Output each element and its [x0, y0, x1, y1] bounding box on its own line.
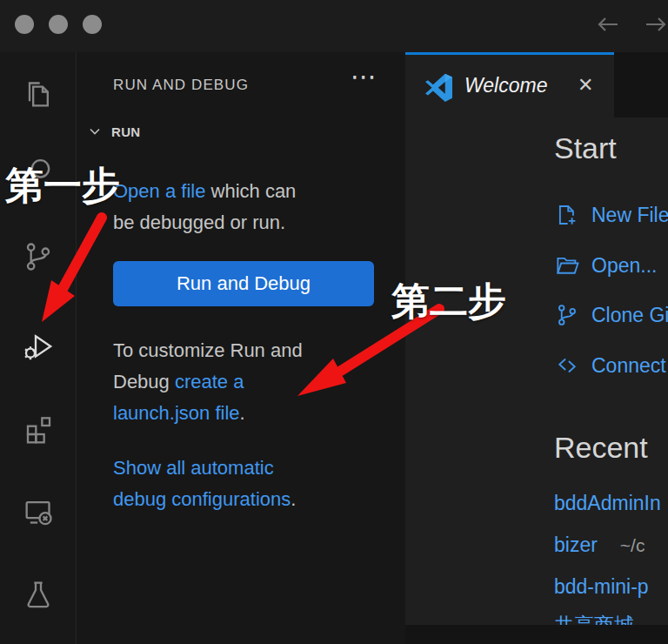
customize-line1: To customize Run and: [113, 335, 384, 366]
testing-icon[interactable]: [21, 577, 56, 612]
explorer-icon[interactable]: [21, 77, 56, 111]
history-forward-icon[interactable]: [642, 10, 668, 38]
recent-item-name[interactable]: 共享商城: [554, 614, 634, 625]
recent-item-name[interactable]: bdd-mini-p: [554, 575, 649, 598]
start-item-label: Open...: [591, 254, 657, 278]
recent-item-clipped[interactable]: 共享商城: [554, 612, 668, 625]
show-all-period: .: [291, 488, 296, 510]
title-bar: [0, 0, 668, 52]
new-file-icon: [554, 202, 580, 228]
traffic-light-close[interactable]: [15, 15, 34, 34]
vscode-window: RUN AND DEBUG ⋯ RUN Open a file which ca…: [0, 0, 668, 644]
tab-bar: Welcome ✕: [405, 52, 668, 117]
tab-title: Welcome: [464, 74, 547, 97]
recent-item[interactable]: bdd-mini-p: [554, 574, 668, 600]
start-heading: Start: [554, 131, 617, 165]
recent-item[interactable]: bddAdminIn: [554, 490, 668, 516]
history-back-icon[interactable]: [594, 10, 622, 38]
start-item-label: Connect to...: [591, 354, 668, 378]
tab-close-icon[interactable]: ✕: [578, 74, 593, 97]
run-and-debug-panel: RUN AND DEBUG ⋯ RUN Open a file which ca…: [77, 52, 405, 644]
traffic-light-zoom[interactable]: [83, 15, 102, 34]
start-item-label: Clone Git Repository...: [591, 304, 668, 327]
start-item-label: New File...: [591, 204, 668, 227]
vscode-logo-icon: [424, 73, 453, 102]
more-actions-icon[interactable]: ⋯: [351, 61, 378, 91]
start-item-clone[interactable]: Clone Git Repository...: [554, 300, 668, 330]
customize-text: To customize Run and Debug create a laun…: [113, 335, 384, 429]
intro-text-line2: be debugged or run.: [113, 207, 384, 238]
traffic-light-minimize[interactable]: [49, 15, 68, 34]
run-and-debug-icon[interactable]: [21, 329, 56, 364]
start-item-connect[interactable]: Connect to...: [554, 351, 668, 380]
recent-item-name[interactable]: bizer: [554, 533, 598, 556]
start-item-open[interactable]: Open...: [554, 251, 668, 280]
intro-text-rest: which can: [205, 180, 296, 202]
source-control-icon[interactable]: [21, 239, 56, 274]
recent-item[interactable]: bizer~/c: [554, 532, 668, 558]
create-launch-json-link-line2[interactable]: launch.json file: [113, 402, 240, 424]
show-all-configs-link-line2[interactable]: debug configurations: [113, 488, 291, 510]
open-a-file-link[interactable]: Open a file: [113, 180, 205, 202]
activity-bar: [0, 52, 77, 644]
customize-period: .: [240, 402, 245, 424]
show-all-configs-link[interactable]: Show all automatic: [113, 457, 274, 479]
remote-icon: [554, 352, 580, 379]
chevron-down-icon: [87, 124, 103, 139]
tab-welcome[interactable]: Welcome ✕: [405, 52, 614, 117]
customize-line2-plain: Debug: [113, 371, 175, 392]
remote-explorer-icon[interactable]: [21, 494, 56, 529]
open-folder-icon: [554, 252, 580, 278]
recent-heading: Recent: [554, 431, 648, 465]
editor-group: Welcome ✕ Start New File...: [405, 52, 668, 644]
welcome-page: Start New File... Open...: [405, 117, 668, 625]
git-branch-icon: [554, 302, 580, 328]
run-and-debug-button[interactable]: Run and Debug: [113, 261, 374, 306]
show-all-configs-text: Show all automatic debug configurations.: [113, 453, 384, 515]
recent-item-name[interactable]: bddAdminIn: [554, 492, 661, 514]
create-launch-json-link[interactable]: create a: [175, 371, 244, 392]
panel-title: RUN AND DEBUG: [113, 77, 249, 94]
run-section-header[interactable]: RUN: [87, 122, 140, 141]
search-icon[interactable]: [21, 155, 56, 190]
start-item-new-file[interactable]: New File...: [554, 200, 668, 230]
run-section-label: RUN: [111, 124, 140, 139]
recent-item-path: ~/c: [620, 535, 645, 555]
extensions-icon[interactable]: [21, 412, 56, 446]
run-intro-text: Open a file which can be debugged or run…: [113, 176, 384, 238]
